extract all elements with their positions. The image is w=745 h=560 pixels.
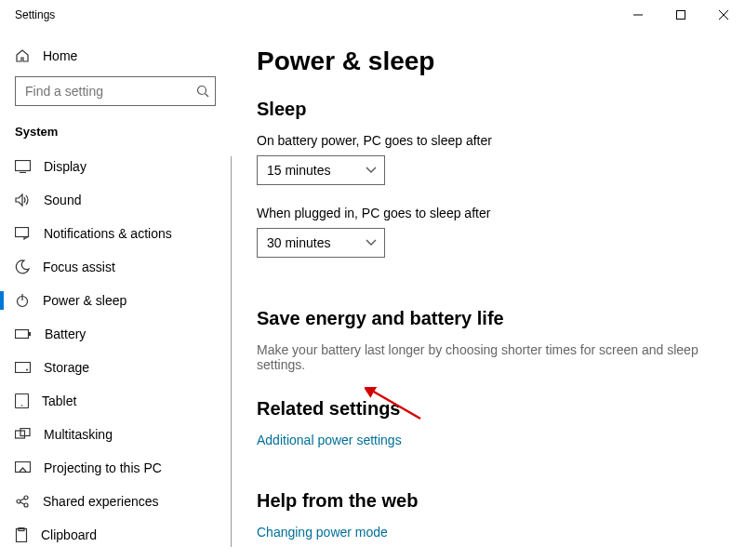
search-box[interactable] bbox=[15, 76, 216, 106]
related-heading: Related settings bbox=[257, 398, 719, 420]
svg-rect-12 bbox=[29, 332, 31, 336]
svg-rect-11 bbox=[16, 330, 29, 339]
sidebar-item-label: Notifications & actions bbox=[44, 226, 172, 241]
multitasking-icon bbox=[15, 428, 31, 441]
window-controls bbox=[617, 0, 745, 30]
svg-point-20 bbox=[17, 500, 20, 503]
svg-rect-13 bbox=[16, 363, 31, 373]
sidebar-item-notifications[interactable]: Notifications & actions bbox=[0, 217, 231, 250]
tablet-icon bbox=[15, 393, 29, 408]
sidebar-item-label: Shared experiences bbox=[43, 494, 159, 509]
clipboard-icon bbox=[15, 527, 28, 542]
sidebar-item-sound[interactable]: Sound bbox=[0, 183, 231, 217]
help-heading: Help from the web bbox=[257, 490, 719, 512]
sidebar: Home System Display Sound Notifications … bbox=[0, 30, 231, 560]
titlebar: Settings bbox=[0, 0, 745, 30]
svg-line-5 bbox=[206, 94, 209, 98]
shared-icon bbox=[15, 494, 30, 509]
battery-icon bbox=[15, 328, 32, 340]
home-label: Home bbox=[43, 48, 77, 63]
svg-point-21 bbox=[24, 496, 28, 500]
svg-rect-1 bbox=[677, 11, 685, 20]
sidebar-item-focus-assist[interactable]: Focus assist bbox=[0, 250, 231, 284]
window-title: Settings bbox=[15, 8, 55, 21]
sidebar-item-projecting[interactable]: Projecting to this PC bbox=[0, 451, 231, 485]
projecting-icon bbox=[15, 461, 31, 474]
svg-point-4 bbox=[198, 87, 206, 95]
sound-icon bbox=[15, 193, 31, 207]
sidebar-item-label: Sound bbox=[44, 193, 81, 207]
svg-rect-6 bbox=[16, 161, 31, 171]
storage-icon bbox=[15, 362, 31, 373]
plugged-sleep-select[interactable]: 30 minutes bbox=[257, 228, 385, 258]
sidebar-item-label: Multitasking bbox=[44, 427, 113, 442]
sidebar-item-shared-experiences[interactable]: Shared experiences bbox=[0, 485, 231, 518]
sidebar-item-power-sleep[interactable]: Power & sleep bbox=[0, 284, 231, 317]
main-content: Power & sleep Sleep On battery power, PC… bbox=[231, 30, 745, 560]
svg-rect-8 bbox=[16, 228, 29, 237]
svg-line-24 bbox=[20, 502, 24, 504]
battery-sleep-select[interactable]: 15 minutes bbox=[257, 155, 385, 185]
svg-line-23 bbox=[20, 499, 24, 500]
battery-sleep-label: On battery power, PC goes to sleep after bbox=[257, 133, 719, 148]
close-button[interactable] bbox=[702, 0, 745, 30]
search-input[interactable] bbox=[25, 84, 196, 99]
plugged-sleep-label: When plugged in, PC goes to sleep after bbox=[257, 206, 719, 220]
sidebar-item-label: Projecting to this PC bbox=[44, 460, 162, 475]
svg-point-22 bbox=[24, 503, 28, 507]
svg-rect-19 bbox=[16, 462, 31, 473]
sidebar-item-battery[interactable]: Battery bbox=[0, 317, 231, 351]
sidebar-item-label: Power & sleep bbox=[43, 293, 126, 308]
sidebar-item-label: Display bbox=[44, 159, 86, 174]
changing-power-mode-link[interactable]: Changing power mode bbox=[257, 525, 719, 540]
save-energy-heading: Save energy and battery life bbox=[257, 308, 719, 329]
divider bbox=[231, 156, 232, 547]
sidebar-item-display[interactable]: Display bbox=[0, 150, 231, 183]
save-energy-text: Make your battery last longer by choosin… bbox=[257, 342, 719, 372]
sidebar-item-label: Focus assist bbox=[43, 260, 115, 274]
moon-icon bbox=[15, 260, 30, 274]
page-title: Power & sleep bbox=[257, 47, 719, 76]
sidebar-item-tablet[interactable]: Tablet bbox=[0, 384, 231, 418]
sidebar-item-label: Tablet bbox=[42, 393, 76, 408]
maximize-button[interactable] bbox=[659, 0, 702, 30]
select-value: 30 minutes bbox=[267, 235, 330, 250]
minimize-button[interactable] bbox=[617, 0, 659, 30]
power-icon bbox=[15, 293, 30, 308]
sidebar-home[interactable]: Home bbox=[0, 43, 231, 73]
select-value: 15 minutes bbox=[267, 163, 330, 178]
search-icon bbox=[196, 85, 209, 98]
additional-power-settings-link[interactable]: Additional power settings bbox=[257, 433, 719, 447]
svg-point-14 bbox=[26, 369, 28, 371]
home-icon bbox=[15, 48, 30, 63]
sidebar-item-multitasking[interactable]: Multitasking bbox=[0, 418, 231, 451]
chevron-down-icon bbox=[366, 239, 377, 247]
sidebar-item-label: Clipboard bbox=[41, 527, 97, 542]
chevron-down-icon bbox=[366, 167, 377, 174]
notifications-icon bbox=[15, 227, 31, 240]
svg-point-16 bbox=[21, 405, 23, 407]
sidebar-item-storage[interactable]: Storage bbox=[0, 351, 231, 384]
sleep-heading: Sleep bbox=[257, 99, 719, 120]
display-icon bbox=[15, 160, 31, 173]
sidebar-section: System bbox=[0, 117, 231, 150]
sidebar-item-label: Storage bbox=[44, 360, 89, 375]
sidebar-item-label: Battery bbox=[45, 327, 86, 341]
sidebar-item-clipboard[interactable]: Clipboard bbox=[0, 518, 231, 552]
